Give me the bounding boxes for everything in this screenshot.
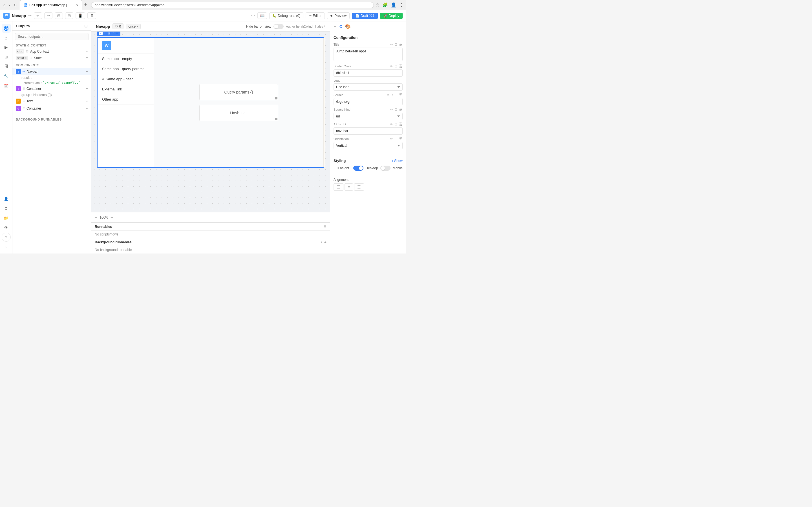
editor-button[interactable]: ✏ Editor <box>306 12 324 19</box>
bookmark-icon[interactable]: ☆ <box>375 2 379 8</box>
book-icon-button[interactable]: 📖 <box>257 12 267 19</box>
browser-back[interactable]: ‹ <box>2 2 6 8</box>
refresh-control[interactable]: ↻ 0 <box>112 23 124 29</box>
resize-handle-hash[interactable] <box>275 118 277 120</box>
source-kind-select[interactable]: url base64 path <box>334 113 403 120</box>
sidebar-icon-apps[interactable]: ⊞ <box>2 52 11 61</box>
title-pencil-icon[interactable]: ✏ <box>390 43 393 47</box>
alt-link-icon[interactable]: ⛓ <box>399 122 403 126</box>
right-panel-config-btn[interactable]: ⚙ <box>339 24 343 29</box>
ctx-dropdown-icon[interactable]: ▾ <box>86 50 88 53</box>
debug-runs-button[interactable]: 🐛 Debug runs (0) <box>269 12 303 19</box>
border-link-icon[interactable]: ⛓ <box>399 64 403 68</box>
sidebar-icon-resources[interactable]: 🔧 <box>2 71 11 80</box>
navbar-item-2[interactable]: # Same app - hash <box>98 74 154 84</box>
deploy-button[interactable]: 🚀 Deploy <box>380 13 403 19</box>
state-dropdown-icon[interactable]: ▾ <box>86 56 88 59</box>
title-copy-icon[interactable]: ⊡ <box>395 43 398 47</box>
author-info-icon[interactable]: ℹ <box>324 24 325 28</box>
alt-pencil-icon[interactable]: ✏ <box>390 122 393 126</box>
hide-bar-toggle[interactable] <box>273 24 284 29</box>
styling-header-row[interactable]: Styling ‹ Show <box>334 159 403 163</box>
orientation-pencil-icon[interactable]: ✏ <box>390 137 393 141</box>
sidebar-icon-home[interactable]: ⌂ <box>2 33 11 42</box>
navbar-collapse-icon[interactable]: ▾ <box>86 70 88 73</box>
alt-text-info-icon[interactable]: ℹ <box>345 122 346 126</box>
source-input[interactable] <box>334 98 403 105</box>
browser-reload[interactable]: ↻ <box>12 2 18 8</box>
source-pencil-icon[interactable]: ✏ <box>387 93 390 97</box>
right-panel-style-btn[interactable]: 🎨 <box>345 24 351 29</box>
align-right-btn[interactable]: ☰ <box>354 183 364 191</box>
orientation-link-icon[interactable]: ⛓ <box>399 137 403 141</box>
container-e-drag-icon[interactable]: ⠿ <box>22 87 25 91</box>
outputs-collapse-icon[interactable]: ⊟ <box>84 24 88 28</box>
bg-add-btn[interactable]: + <box>324 240 326 244</box>
border-copy-icon[interactable]: ⊡ <box>395 64 398 68</box>
container-d-drag-icon[interactable]: ⠿ <box>22 107 25 110</box>
source-kind-pencil-icon[interactable]: ✏ <box>390 108 393 112</box>
runnables-icon-btn[interactable]: ⊟ <box>323 224 326 229</box>
undo-button[interactable]: ↩ <box>34 12 42 19</box>
active-tab[interactable]: 🌀 Edit App u/henri/navapp | Wir... × <box>20 0 82 10</box>
sidebar-icon-database[interactable]: 🗄 <box>2 62 11 71</box>
source-upload-icon[interactable]: ↑ <box>391 93 393 97</box>
layout-icon-2[interactable]: ⊞ <box>65 12 73 19</box>
sidebar-icon-expand[interactable]: › <box>2 242 11 251</box>
navbar-component-item[interactable]: a ✏ Navbar ▾ <box>12 68 91 75</box>
container-e-collapse[interactable]: ▾ <box>86 87 88 91</box>
bg-info-btn[interactable]: ℹ <box>321 240 322 244</box>
source-kind-link-icon[interactable]: ⛓ <box>399 108 403 112</box>
frequency-control[interactable]: once ▾ <box>126 24 141 29</box>
handle-right-btn[interactable]: + <box>116 32 119 36</box>
text-b-collapse[interactable]: ▾ <box>86 100 88 103</box>
preview-button[interactable]: 👁 Preview <box>327 12 350 19</box>
handle-expand-btn[interactable]: ⊞ <box>107 32 111 36</box>
edit-icon-btn[interactable]: ✏ <box>29 13 32 18</box>
border-pencil-icon[interactable]: ✏ <box>390 64 393 68</box>
more-options-button[interactable]: ⋯ <box>251 13 255 18</box>
border-color-input[interactable] <box>334 69 403 76</box>
navbar-item-0[interactable]: Same app - empty <box>98 54 154 64</box>
logo-select[interactable]: Use logo Custom None <box>334 83 403 91</box>
source-kind-copy-icon[interactable]: ⊡ <box>395 108 398 112</box>
source-copy-icon[interactable]: ⊡ <box>395 93 398 97</box>
layout-icon-1[interactable]: ⊟ <box>55 12 63 19</box>
sidebar-icon-windmill[interactable]: 🌀 <box>2 24 11 33</box>
sidebar-icon-help[interactable]: ? <box>2 233 11 242</box>
container-e-item[interactable]: e ⠿ Container ▾ <box>12 85 91 93</box>
handle-up-btn[interactable]: ↑ <box>112 32 115 36</box>
extensions-icon[interactable]: 🧩 <box>382 2 388 8</box>
source-link-icon[interactable]: ⛓ <box>399 93 403 97</box>
sidebar-icon-play[interactable]: ▶ <box>2 43 11 52</box>
resize-handle-qp[interactable] <box>275 97 277 100</box>
more-icon[interactable]: ⋮ <box>399 2 404 8</box>
text-b-drag-icon[interactable]: ⠿ <box>22 100 25 103</box>
draft-button[interactable]: 📄 Draft ⌘S <box>352 13 377 19</box>
title-input[interactable]: Jump between apps <box>334 48 403 61</box>
zoom-out-button[interactable]: − <box>95 215 97 220</box>
desktop-icon[interactable]: 🖥 <box>87 12 96 19</box>
orientation-copy-icon[interactable]: ⊡ <box>395 137 398 141</box>
container-d-item[interactable]: d ⠿ Container ▾ <box>12 105 91 112</box>
align-left-btn[interactable]: ☰ <box>334 183 343 191</box>
title-link-icon[interactable]: ⛓ <box>399 43 403 47</box>
navbar-item-1[interactable]: Same app - query params <box>98 64 154 74</box>
navbar-item-4[interactable]: Other app <box>98 94 154 105</box>
mobile-toggle[interactable] <box>380 166 391 171</box>
profile-icon[interactable]: 👤 <box>391 2 396 8</box>
align-center-btn[interactable]: ≡ <box>345 183 353 191</box>
mobile-icon[interactable]: 📱 <box>75 12 85 19</box>
alt-copy-icon[interactable]: ⊡ <box>395 122 398 126</box>
new-tab-button[interactable]: + <box>82 0 90 10</box>
zoom-in-button[interactable]: + <box>110 215 113 220</box>
orientation-select[interactable]: Vertical Horizontal <box>334 142 403 149</box>
alt-text-input[interactable] <box>334 127 403 135</box>
right-panel-plus-btn[interactable]: + <box>334 24 337 30</box>
text-b-item[interactable]: b ⠿ Text ▾ <box>12 98 91 105</box>
tab-close[interactable]: × <box>76 3 79 7</box>
browser-forward[interactable]: › <box>7 2 11 8</box>
handle-down-btn[interactable]: ↓ <box>103 32 106 36</box>
container-d-collapse[interactable]: ▾ <box>86 107 88 110</box>
sidebar-icon-user[interactable]: 👤 <box>2 194 11 203</box>
